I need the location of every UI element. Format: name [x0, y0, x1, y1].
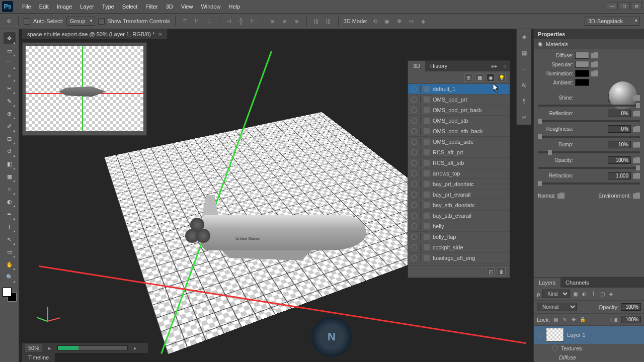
- layer-textures-group[interactable]: Textures: [534, 344, 644, 353]
- visibility-icon[interactable]: [411, 118, 417, 124]
- visibility-icon[interactable]: [411, 97, 417, 103]
- align-vcenter-icon[interactable]: ⊢: [193, 17, 202, 26]
- auto-select-dropdown[interactable]: Group: [66, 17, 95, 26]
- history-brush-tool[interactable]: ↺: [4, 145, 16, 157]
- tab-layers[interactable]: Layers: [534, 278, 560, 288]
- minimize-button[interactable]: —: [607, 2, 618, 10]
- shuttle-3d-model[interactable]: United States: [185, 200, 376, 270]
- distribute-3-icon[interactable]: ≡: [292, 17, 301, 26]
- visibility-icon[interactable]: [411, 149, 417, 155]
- 3d-object-list[interactable]: default_1OMS_pod_prtOMS_pod_prt_backOMS_…: [408, 84, 510, 265]
- visibility-icon[interactable]: [411, 255, 417, 261]
- filter-light-icon[interactable]: 💡: [498, 73, 506, 81]
- visibility-icon[interactable]: [411, 234, 417, 240]
- shine-folder-icon[interactable]: [633, 95, 640, 101]
- filter-type-icon[interactable]: T: [590, 291, 597, 298]
- reflection-folder-icon[interactable]: [633, 111, 640, 117]
- align-top-icon[interactable]: ⊤: [181, 17, 190, 26]
- type-tool[interactable]: T: [4, 221, 16, 233]
- roughness-slider[interactable]: [538, 136, 640, 138]
- bump-input[interactable]: [608, 141, 631, 148]
- layer-visibility-icon[interactable]: [537, 332, 543, 338]
- tab-3d[interactable]: 3D: [408, 61, 425, 71]
- visibility-icon[interactable]: [411, 160, 417, 166]
- lock-all-icon[interactable]: 🔒: [579, 316, 586, 323]
- reflection-input[interactable]: [608, 110, 631, 117]
- reflection-slider[interactable]: [538, 120, 640, 122]
- distribute-5-icon[interactable]: |||: [324, 17, 333, 26]
- 3d-item-OMS_pod_prt_back[interactable]: OMS_pod_prt_back: [408, 105, 510, 116]
- illumination-swatch[interactable]: [575, 70, 589, 77]
- diffuse-folder-icon[interactable]: [591, 52, 598, 58]
- pen-tool[interactable]: ✒: [4, 208, 16, 220]
- visibility-icon[interactable]: [411, 213, 417, 219]
- specular-folder-icon[interactable]: [591, 61, 598, 67]
- filter-mesh-icon[interactable]: ▦: [475, 73, 484, 81]
- align-left-icon[interactable]: ⊣: [224, 17, 233, 26]
- 3d-item-OMS_pod_stb_back[interactable]: OMS_pod_stb_back: [408, 126, 510, 137]
- visibility-icon[interactable]: [411, 244, 417, 250]
- filter-smart-icon[interactable]: ◈: [608, 291, 615, 298]
- menu-image[interactable]: Image: [53, 2, 76, 12]
- heal-tool[interactable]: ⊕: [4, 108, 16, 120]
- stamp-tool[interactable]: ⊡: [4, 133, 16, 145]
- 3d-item-bay_prt_evarail[interactable]: bay_prt_evarail: [408, 190, 510, 200]
- menu-type[interactable]: Type: [98, 2, 118, 12]
- 3d-item-belly[interactable]: belly: [408, 221, 510, 232]
- filter-shape-icon[interactable]: ▢: [599, 291, 606, 298]
- path-tool[interactable]: ↖: [4, 233, 16, 245]
- menu-window[interactable]: Window: [197, 2, 224, 12]
- menu-filter[interactable]: Filter: [141, 2, 162, 12]
- menu-layer[interactable]: Layer: [76, 2, 98, 12]
- 3d-item-OMS_pods_side[interactable]: OMS_pods_side: [408, 137, 510, 147]
- refraction-input[interactable]: [608, 172, 631, 179]
- dodge-tool[interactable]: ◐: [4, 196, 16, 208]
- tab-history[interactable]: History: [425, 61, 452, 71]
- diffuse-swatch[interactable]: [575, 52, 589, 59]
- timeline-tab[interactable]: Timeline: [22, 353, 55, 362]
- filter-pixel-icon[interactable]: ▣: [572, 291, 579, 298]
- roughness-folder-icon[interactable]: [633, 126, 640, 132]
- strip-3d-icon[interactable]: ◈: [520, 32, 529, 41]
- 3d-item-RCS_aft_stb[interactable]: RCS_aft_stb: [408, 158, 510, 168]
- workspace-dropdown[interactable]: 3D-Sengstack: [585, 17, 640, 26]
- distribute-1-icon[interactable]: ≡: [268, 17, 277, 26]
- new-object-icon[interactable]: ◰: [487, 267, 495, 276]
- align-hcenter-icon[interactable]: ╬: [236, 17, 246, 26]
- zoom-tool[interactable]: 🔍: [4, 271, 16, 283]
- color-swatches[interactable]: [3, 288, 17, 302]
- align-right-icon[interactable]: ⊢: [249, 17, 258, 26]
- lasso-tool[interactable]: ⌒: [4, 57, 16, 69]
- move-tool[interactable]: ✥: [4, 32, 16, 44]
- blur-tool[interactable]: ○: [4, 183, 16, 195]
- filter-scene-icon[interactable]: ⊞: [464, 73, 472, 81]
- maximize-button[interactable]: □: [619, 2, 630, 10]
- menu-select[interactable]: Select: [118, 2, 142, 12]
- move-tool-icon[interactable]: ✥: [4, 17, 13, 26]
- fg-color-swatch[interactable]: [3, 288, 12, 297]
- distribute-2-icon[interactable]: ≡: [280, 17, 289, 26]
- layer-opacity-input[interactable]: [621, 303, 641, 311]
- menu-view[interactable]: View: [177, 2, 197, 12]
- timeline-scrubber[interactable]: [57, 345, 128, 350]
- visibility-icon[interactable]: [411, 192, 417, 198]
- align-bottom-icon[interactable]: ⊥: [205, 17, 214, 26]
- 3d-item-bay_prt_doorlatc[interactable]: bay_prt_doorlatc: [408, 179, 510, 190]
- visibility-icon[interactable]: [411, 223, 417, 229]
- 3d-scale-icon[interactable]: ◈: [419, 17, 428, 26]
- specular-swatch[interactable]: [575, 61, 589, 68]
- visibility-icon[interactable]: [411, 170, 417, 176]
- menu-file[interactable]: File: [18, 2, 35, 12]
- shine-slider[interactable]: [538, 105, 640, 107]
- visibility-icon[interactable]: [411, 139, 417, 145]
- filter-adjust-icon[interactable]: ◐: [581, 291, 588, 298]
- delete-object-icon[interactable]: 🗑: [498, 267, 506, 276]
- 3d-item-fusolage_aft_eng[interactable]: fusolage_aft_eng: [408, 253, 510, 263]
- lock-position-icon[interactable]: ✥: [570, 316, 577, 323]
- 3d-item-arrows_top[interactable]: arrows_top: [408, 168, 510, 179]
- panel-collapse-icon[interactable]: ▸▸: [489, 61, 501, 71]
- zoom-value[interactable]: 50%: [25, 344, 42, 352]
- 3d-item-cockpit_side[interactable]: cockpit_side: [408, 242, 510, 253]
- layer-thumbnail[interactable]: [546, 328, 564, 342]
- visibility-icon[interactable]: [411, 181, 417, 187]
